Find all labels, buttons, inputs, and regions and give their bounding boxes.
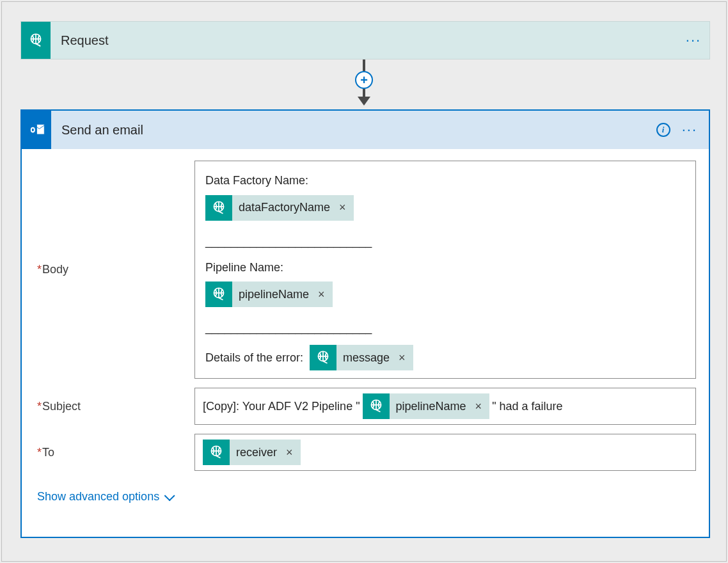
connector-line — [363, 89, 365, 97]
body-row: *Body Data Factory Name: dataFactoryName… — [35, 161, 696, 379]
subject-input[interactable]: [Copy]: Your ADF V2 Pipeline " pipelineN… — [194, 388, 696, 425]
token-message[interactable]: message × — [310, 345, 413, 370]
globe-icon — [363, 393, 390, 419]
request-more-menu[interactable]: ··· — [677, 22, 709, 59]
add-step-button[interactable]: + — [355, 71, 373, 89]
request-action-card[interactable]: Request ··· — [20, 21, 710, 59]
body-text: Data Factory Name: — [205, 171, 685, 190]
arrowhead-icon — [358, 97, 370, 106]
show-advanced-label: Show advanced options — [37, 490, 159, 504]
separator-text: __________________________ — [205, 232, 685, 251]
body-label-text: Body — [42, 263, 68, 276]
required-star: * — [37, 400, 42, 413]
to-row: *To receiver × — [35, 434, 696, 471]
token-label: pipelineName — [232, 285, 315, 304]
required-star: * — [37, 446, 42, 459]
subject-text-prefix: [Copy]: Your ADF V2 Pipeline " — [203, 397, 360, 416]
token-label: pipelineName — [390, 397, 473, 416]
body-label: *Body — [35, 161, 194, 379]
email-card-header[interactable]: Send an email i ··· — [22, 111, 709, 149]
token-label: dataFactoryName — [232, 198, 336, 217]
token-remove[interactable]: × — [396, 349, 413, 367]
required-star: * — [37, 263, 42, 276]
token-receiver[interactable]: receiver × — [203, 440, 301, 465]
separator-text: __________________________ — [205, 319, 685, 337]
subject-row: *Subject [Copy]: Your ADF V2 Pipeline " … — [35, 388, 696, 425]
info-icon[interactable]: i — [656, 123, 670, 137]
globe-icon — [203, 440, 230, 465]
subject-label-text: Subject — [42, 400, 81, 413]
designer-canvas: Request ··· + Send an email i — [1, 1, 727, 562]
token-datafactoryname[interactable]: dataFactoryName × — [205, 195, 354, 221]
to-input[interactable]: receiver × — [194, 434, 696, 471]
token-label: message — [336, 349, 396, 367]
token-remove[interactable]: × — [283, 443, 301, 462]
body-input[interactable]: Data Factory Name: dataFactoryName × ___… — [194, 161, 696, 379]
request-title: Request — [51, 22, 677, 59]
globe-icon — [310, 345, 336, 370]
token-pipelinename[interactable]: pipelineName × — [363, 393, 490, 419]
globe-icon — [205, 282, 232, 307]
send-email-action-card: Send an email i ··· *Body Data Factory N… — [20, 109, 710, 538]
token-remove[interactable]: × — [315, 285, 333, 304]
email-card-title: Send an email — [51, 111, 656, 149]
subject-label: *Subject — [35, 388, 194, 425]
token-pipelinename[interactable]: pipelineName × — [205, 282, 333, 307]
connector: + — [2, 59, 726, 109]
globe-icon — [205, 195, 232, 221]
connector-line — [363, 59, 365, 71]
show-advanced-options-link[interactable]: Show advanced options — [37, 490, 172, 504]
token-label: receiver — [230, 443, 283, 462]
chevron-down-icon — [164, 490, 175, 501]
svg-point-5 — [32, 129, 34, 132]
body-text: Details of the error: — [205, 349, 303, 367]
request-icon — [21, 22, 51, 59]
body-text: Pipeline Name: — [205, 258, 685, 277]
token-remove[interactable]: × — [473, 397, 490, 416]
email-more-menu[interactable]: ··· — [682, 122, 697, 138]
token-remove[interactable]: × — [336, 198, 354, 217]
to-label-text: To — [42, 446, 54, 459]
subject-text-suffix: " had a failure — [492, 397, 562, 416]
outlook-icon — [22, 111, 51, 149]
to-label: *To — [35, 434, 194, 471]
